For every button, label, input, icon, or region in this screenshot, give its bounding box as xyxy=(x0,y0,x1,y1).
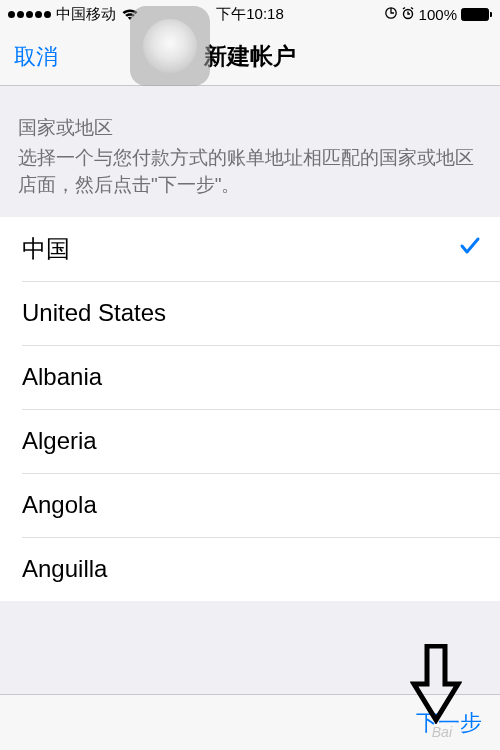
country-name: Anguilla xyxy=(22,555,107,583)
country-name: Algeria xyxy=(22,427,97,455)
svg-line-3 xyxy=(411,7,413,9)
country-list-item[interactable]: Angola xyxy=(22,473,500,537)
down-arrow-annotation-icon xyxy=(410,644,462,728)
carrier-label: 中国移动 xyxy=(56,5,116,24)
status-bar: 中国移动 下午10:18 100% xyxy=(0,0,500,28)
battery-icon xyxy=(461,8,492,21)
section-label: 国家或地区 xyxy=(18,114,482,142)
signal-dots-icon xyxy=(8,11,51,18)
country-list: 中国United StatesAlbaniaAlgeriaAngolaAngui… xyxy=(0,217,500,601)
battery-percent: 100% xyxy=(419,6,457,23)
country-name: 中国 xyxy=(22,233,70,265)
status-right: 100% xyxy=(331,6,492,23)
alarm-icon xyxy=(401,6,415,23)
section-header: 国家或地区 选择一个与您付款方式的账单地址相匹配的国家或地区店面，然后点击"下一… xyxy=(0,86,500,217)
country-list-item[interactable]: Anguilla xyxy=(22,537,500,601)
cancel-button[interactable]: 取消 xyxy=(14,42,58,72)
navigation-bar: 取消 新建帐户 xyxy=(0,28,500,86)
country-list-item[interactable]: Albania xyxy=(22,345,500,409)
checkmark-icon xyxy=(458,234,482,264)
country-name: Albania xyxy=(22,363,102,391)
country-list-item[interactable]: United States xyxy=(22,281,500,345)
svg-line-2 xyxy=(403,7,405,9)
country-list-item[interactable]: 中国 xyxy=(0,217,500,281)
lock-icon xyxy=(385,6,397,23)
assistive-touch-icon xyxy=(143,19,197,73)
country-name: United States xyxy=(22,299,166,327)
country-name: Angola xyxy=(22,491,97,519)
country-list-item[interactable]: Algeria xyxy=(22,409,500,473)
assistive-touch-button[interactable] xyxy=(130,6,210,86)
page-title: 新建帐户 xyxy=(204,41,296,72)
section-description: 选择一个与您付款方式的账单地址相匹配的国家或地区店面，然后点击"下一步"。 xyxy=(18,147,474,196)
